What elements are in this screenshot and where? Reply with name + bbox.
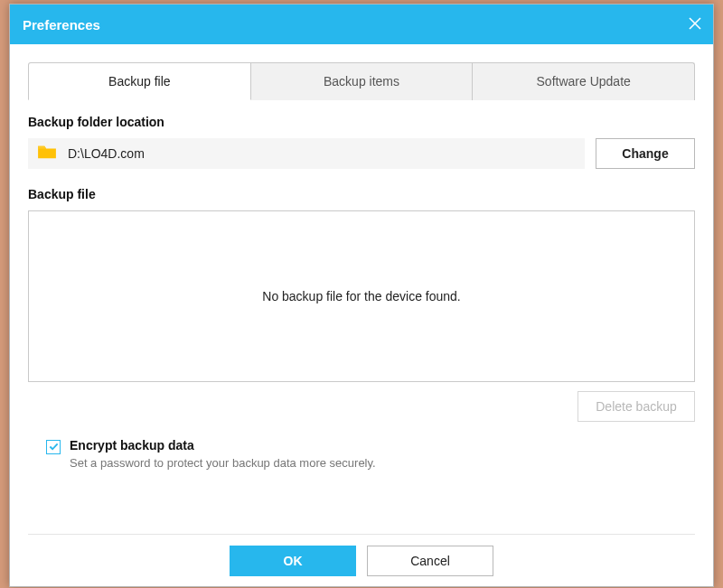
encrypt-texts: Encrypt backup data Set a password to pr… <box>70 438 376 470</box>
encrypt-description: Set a password to protect your backup da… <box>70 456 376 470</box>
ok-button[interactable]: OK <box>230 546 356 576</box>
tab-backup-items[interactable]: Backup items <box>251 62 474 100</box>
cancel-button[interactable]: Cancel <box>367 546 493 576</box>
window-title: Preferences <box>23 17 677 33</box>
tab-label: Backup items <box>324 74 399 89</box>
folder-row: D:\LO4D.com Change <box>28 138 695 169</box>
backup-file-list: No backup file for the device found. <box>28 210 695 382</box>
folder-path-text: D:\LO4D.com <box>68 146 145 161</box>
tab-backup-file[interactable]: Backup file <box>28 62 251 100</box>
encrypt-checkbox[interactable] <box>46 440 61 454</box>
cancel-button-label: Cancel <box>410 554 450 568</box>
tab-label: Backup file <box>108 74 170 89</box>
folder-section-label: Backup folder location <box>28 115 695 129</box>
encrypt-row: Encrypt backup data Set a password to pr… <box>28 438 695 470</box>
check-icon <box>49 439 59 455</box>
backup-file-section-label: Backup file <box>28 187 695 201</box>
delete-button-label: Delete backup <box>596 399 677 414</box>
close-icon <box>689 17 701 33</box>
titlebar: Preferences <box>10 5 713 44</box>
change-button-label: Change <box>622 146 668 161</box>
footer: OK Cancel <box>28 534 695 586</box>
content-area: Backup file Backup items Software Update… <box>10 44 713 586</box>
empty-message: No backup file for the device found. <box>262 289 460 303</box>
tab-label: Software Update <box>537 74 631 89</box>
delete-row: Delete backup <box>28 391 695 422</box>
close-button[interactable] <box>677 5 713 44</box>
folder-path-display: D:\LO4D.com <box>28 138 585 169</box>
tab-software-update[interactable]: Software Update <box>473 62 695 100</box>
ok-button-label: OK <box>284 554 303 568</box>
encrypt-label: Encrypt backup data <box>70 438 376 453</box>
tabs: Backup file Backup items Software Update <box>28 62 695 100</box>
change-button[interactable]: Change <box>596 138 695 169</box>
folder-icon <box>37 144 57 163</box>
preferences-window: Preferences Backup file Backup items Sof… <box>9 4 714 587</box>
delete-backup-button: Delete backup <box>577 391 695 422</box>
